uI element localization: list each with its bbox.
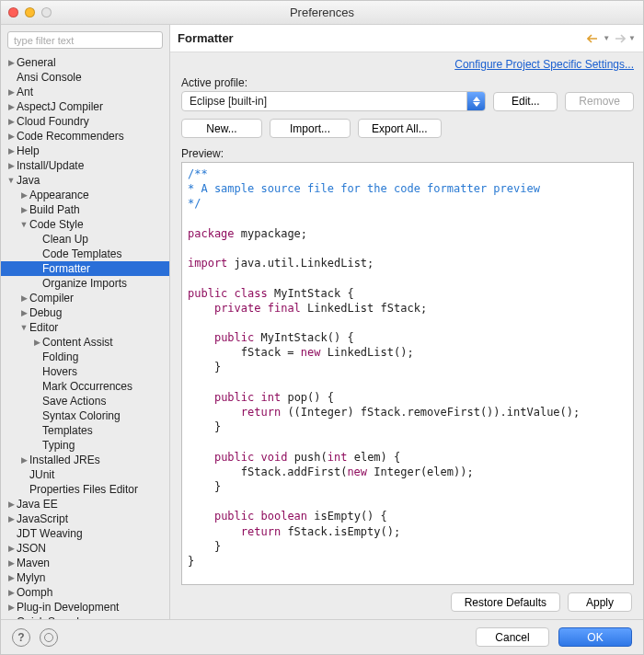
tree-item-label: Compiler bbox=[29, 292, 74, 305]
tree-item[interactable]: JDT Weaving bbox=[1, 526, 169, 541]
tree-item-label: Hovers bbox=[42, 365, 77, 378]
preference-tree[interactable]: ▶GeneralAnsi Console▶Ant▶AspectJ Compile… bbox=[1, 55, 169, 619]
ok-button[interactable]: OK bbox=[558, 627, 632, 647]
tree-item[interactable]: ▶Java EE bbox=[1, 497, 169, 511]
tree-item[interactable]: Organize Imports bbox=[1, 276, 169, 291]
tree-item[interactable]: ▶Help bbox=[1, 144, 169, 158]
apply-button[interactable]: Apply bbox=[568, 592, 632, 612]
expand-icon[interactable]: ▶ bbox=[6, 514, 16, 523]
tree-item[interactable]: ▶Ant bbox=[1, 85, 169, 99]
expand-icon[interactable]: ▶ bbox=[19, 308, 29, 317]
expand-icon[interactable]: ▶ bbox=[6, 573, 16, 582]
record-icon[interactable] bbox=[40, 628, 58, 647]
zoom-icon[interactable] bbox=[41, 7, 52, 17]
nav-back-icon[interactable] bbox=[586, 31, 601, 46]
tree-item[interactable]: ▶Installed JREs bbox=[1, 453, 169, 467]
export-button[interactable]: Export All... bbox=[358, 119, 442, 138]
tree-item-label: Content Assist bbox=[42, 336, 113, 349]
expand-icon[interactable]: ▶ bbox=[6, 161, 16, 170]
tree-item-label: Debug bbox=[29, 306, 62, 319]
filter-input[interactable] bbox=[7, 31, 163, 49]
tree-item-label: AspectJ Compiler bbox=[17, 100, 103, 113]
collapse-icon[interactable]: ▼ bbox=[19, 220, 29, 229]
preferences-window: Preferences ▶GeneralAnsi Console▶Ant▶Asp… bbox=[0, 0, 644, 655]
expand-icon[interactable]: ▶ bbox=[32, 338, 41, 347]
tree-item[interactable]: ▶Maven bbox=[1, 556, 169, 570]
tree-item[interactable]: ▼Editor bbox=[1, 320, 169, 335]
tree-item[interactable]: Save Actions bbox=[1, 394, 169, 408]
tree-item-label: Build Path bbox=[29, 203, 80, 216]
expand-icon[interactable]: ▶ bbox=[6, 588, 16, 597]
tree-item-label: JSON bbox=[17, 542, 46, 555]
tree-item[interactable]: Hovers bbox=[1, 364, 169, 379]
minimize-icon[interactable] bbox=[25, 7, 35, 17]
expand-icon[interactable]: ▶ bbox=[6, 102, 16, 111]
dropdown-icon[interactable]: ▼ bbox=[628, 34, 636, 42]
tree-item[interactable]: Properties Files Editor bbox=[1, 482, 169, 497]
tree-item[interactable]: Mark Occurrences bbox=[1, 379, 169, 394]
help-icon[interactable]: ? bbox=[12, 628, 30, 647]
tree-item[interactable]: ▶Plug-in Development bbox=[1, 600, 169, 615]
tree-item[interactable]: Clean Up bbox=[1, 232, 169, 247]
tree-item-label: Templates bbox=[42, 424, 93, 437]
expand-icon[interactable]: ▶ bbox=[19, 293, 29, 303]
new-button[interactable]: New... bbox=[181, 119, 262, 138]
tree-item[interactable]: ▶Build Path bbox=[1, 202, 169, 217]
expand-icon[interactable]: ▶ bbox=[19, 455, 29, 465]
tree-item[interactable]: ▶Debug bbox=[1, 305, 169, 320]
expand-icon[interactable]: ▶ bbox=[6, 544, 16, 553]
tree-item[interactable]: ▶General bbox=[1, 55, 169, 70]
expand-icon[interactable]: ▶ bbox=[6, 58, 16, 67]
expand-icon[interactable]: ▶ bbox=[6, 117, 16, 126]
tree-item-label: Cloud Foundry bbox=[17, 115, 89, 128]
edit-button[interactable]: Edit... bbox=[493, 92, 558, 111]
tree-item[interactable]: ▶Install/Update bbox=[1, 158, 169, 173]
collapse-icon[interactable]: ▼ bbox=[6, 176, 16, 185]
tree-item[interactable]: Folding bbox=[1, 350, 169, 364]
close-icon[interactable] bbox=[8, 7, 18, 17]
import-button[interactable]: Import... bbox=[270, 119, 351, 138]
expand-icon[interactable]: ▶ bbox=[6, 558, 16, 568]
tree-item[interactable]: ▶Mylyn bbox=[1, 570, 169, 585]
expand-icon[interactable]: ▶ bbox=[6, 132, 16, 141]
remove-button: Remove bbox=[565, 92, 634, 111]
tree-item[interactable]: Templates bbox=[1, 423, 169, 438]
profile-select[interactable]: Eclipse [built-in] bbox=[181, 91, 486, 111]
tree-item[interactable]: ▶Content Assist bbox=[1, 335, 169, 350]
tree-item[interactable]: ▶Oomph bbox=[1, 585, 169, 600]
expand-icon[interactable]: ▶ bbox=[6, 87, 16, 97]
tree-item-label: Oomph bbox=[17, 586, 52, 599]
tree-item[interactable]: ▶Compiler bbox=[1, 291, 169, 305]
tree-item[interactable]: ▶AspectJ Compiler bbox=[1, 99, 169, 114]
tree-item[interactable]: Typing bbox=[1, 438, 169, 453]
expand-icon[interactable]: ▶ bbox=[19, 205, 29, 214]
tree-item[interactable]: Code Templates bbox=[1, 247, 169, 261]
tree-item-label: Help bbox=[17, 144, 40, 157]
dropdown-icon[interactable]: ▼ bbox=[603, 34, 610, 42]
tree-item-label: Syntax Coloring bbox=[42, 409, 121, 422]
tree-item-label: Appearance bbox=[29, 189, 89, 201]
tree-item[interactable]: ▶JSON bbox=[1, 541, 169, 556]
expand-icon[interactable]: ▶ bbox=[6, 603, 16, 612]
tree-item[interactable]: ▶Code Recommenders bbox=[1, 129, 169, 144]
tree-item[interactable]: ▼Java bbox=[1, 173, 169, 188]
tree-item[interactable]: Syntax Coloring bbox=[1, 408, 169, 423]
tree-item[interactable]: ▼Code Style bbox=[1, 217, 169, 232]
select-arrows-icon bbox=[466, 92, 485, 110]
tree-item[interactable]: ▶JavaScript bbox=[1, 511, 169, 526]
tree-item-label: Java EE bbox=[17, 498, 58, 511]
expand-icon[interactable]: ▶ bbox=[19, 190, 29, 200]
preview-pane[interactable]: /** * A sample source file for the code … bbox=[181, 162, 634, 585]
tree-item[interactable]: Ansi Console bbox=[1, 70, 169, 85]
tree-item[interactable]: Formatter bbox=[1, 261, 169, 276]
tree-item-label: JUnit bbox=[29, 468, 54, 481]
expand-icon[interactable]: ▶ bbox=[6, 146, 16, 155]
restore-defaults-button[interactable]: Restore Defaults bbox=[451, 592, 560, 612]
configure-project-link[interactable]: Configure Project Specific Settings... bbox=[454, 58, 634, 71]
tree-item[interactable]: ▶Appearance bbox=[1, 188, 169, 202]
tree-item[interactable]: ▶Cloud Foundry bbox=[1, 114, 169, 129]
collapse-icon[interactable]: ▼ bbox=[19, 323, 29, 332]
tree-item[interactable]: JUnit bbox=[1, 467, 169, 482]
expand-icon[interactable]: ▶ bbox=[6, 500, 16, 509]
cancel-button[interactable]: Cancel bbox=[476, 627, 549, 647]
